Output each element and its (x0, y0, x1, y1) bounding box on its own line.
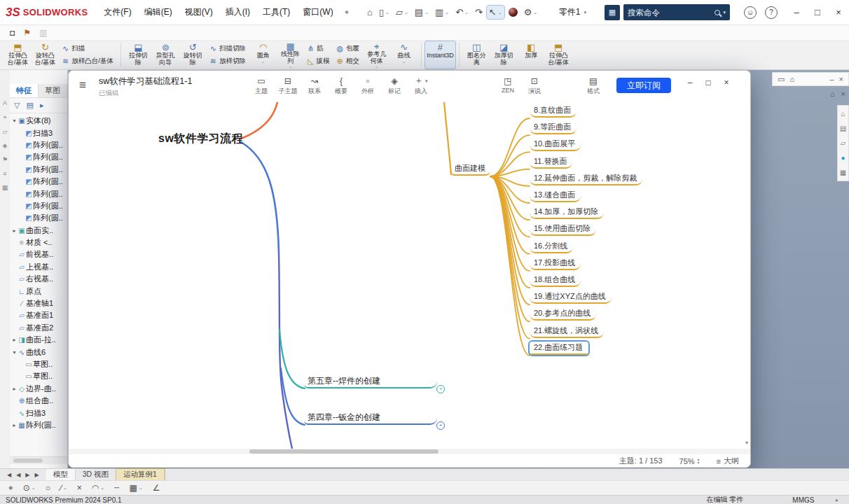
circle-center-icon[interactable]: ⊙⌄ (23, 483, 36, 493)
help-icon[interactable]: ? (765, 6, 778, 19)
mindmap-leaf-topic[interactable]: 16.分割线 (530, 240, 573, 253)
menu-item[interactable]: 插入(I) (219, 4, 256, 21)
zoom-control[interactable]: 75% ▴ ▾ (679, 457, 700, 465)
expand-arrow-icon[interactable]: ▸ (11, 227, 18, 234)
summary-button[interactable]: {概要 (328, 74, 354, 96)
thicken-cut-button[interactable]: ◪加厚切除 (490, 41, 518, 69)
zoom-spinner[interactable]: ▴ ▾ (698, 458, 700, 465)
instant3d-button[interactable]: #Instant3D (425, 41, 455, 69)
zen-mode-button[interactable]: ◳ZEN (495, 74, 521, 96)
fillet-button[interactable]: ◠圆角⌄ (249, 41, 277, 69)
tree-item[interactable]: ∿扫描3 (10, 407, 67, 419)
tree-item[interactable]: ▸◨曲面-拉.. (10, 334, 67, 346)
tree-item[interactable]: ▱基准面2 (10, 322, 67, 334)
wrap-button[interactable]: ◍包覆 (337, 44, 360, 53)
tab-scroll-arrow-icon[interactable]: ◀ (16, 472, 20, 478)
horizontal-scrollbar[interactable] (69, 449, 750, 454)
resources-home-icon[interactable]: ⌂ (841, 110, 845, 118)
menu-item[interactable]: 窗口(W) (296, 4, 339, 21)
mindmap-leaf-topic[interactable]: 13.缝合曲面 (530, 189, 581, 202)
line-icon[interactable]: ∕⌄ (60, 483, 67, 493)
custom-properties-icon[interactable]: ▦ (840, 169, 846, 176)
tree-item[interactable]: ▱基准面1 (10, 309, 67, 321)
expand-arrow-icon[interactable]: ▸ (11, 386, 18, 392)
reference-geometry-button[interactable]: ⌖参考几何体⌄ (363, 41, 390, 69)
doc-close-icon[interactable]: × (841, 90, 845, 98)
tree-item[interactable]: ▸▣曲面实.. (10, 225, 67, 237)
expand-badge[interactable]: + (436, 385, 445, 393)
extruded-cut-button[interactable]: ⬓拉伸切除 (125, 41, 152, 69)
tree-item[interactable]: ≡材质 <.. (10, 237, 67, 248)
tree-item[interactable]: ▱上视基.. (10, 261, 67, 273)
tree-item[interactable]: ◩阵列(圆.. (10, 200, 67, 212)
revolved-boss-button[interactable]: ↻旋转凸台/基体 (32, 41, 59, 69)
menu-item[interactable]: 编辑(E) (138, 4, 179, 21)
circle-icon[interactable]: ○ (46, 483, 50, 493)
subscribe-button[interactable]: 立即订阅 (616, 78, 671, 93)
chapter-topic[interactable]: 第五章--焊件的创建 (304, 373, 437, 388)
filter-face-icon[interactable]: ◈ (3, 142, 8, 149)
pane-close-icon[interactable]: × (839, 75, 843, 83)
new-document-icon[interactable]: ▯⌄ (377, 6, 392, 19)
settings-gear-icon[interactable]: ⚙⌄ (522, 6, 540, 19)
mindmap-leaf-topic[interactable]: 12.延伸曲面，剪裁，解除剪裁 (530, 172, 642, 186)
lofted-cut-button[interactable]: ≋放样切除 (210, 57, 246, 66)
marker-button[interactable]: ◈标记 (381, 74, 408, 96)
mindmap-leaf-topic[interactable]: 22.曲面练习题 (530, 342, 588, 355)
expand-badge[interactable]: + (436, 421, 445, 430)
tree-item[interactable]: ◩阵列(圆.. (10, 151, 67, 163)
material-sphere-icon[interactable] (506, 6, 520, 18)
mindmap-leaf-topic[interactable]: 20.参考点的曲线 (530, 307, 596, 321)
pane-minimize-icon[interactable]: – (829, 75, 834, 83)
account-icon[interactable]: ☺ (744, 6, 757, 19)
expand-arrow-icon[interactable]: ▾ (11, 118, 18, 124)
tree-item[interactable]: ▭草图.. (10, 358, 67, 370)
minimize-button[interactable]: – (681, 75, 699, 90)
outer-frame-button[interactable]: ▫外框 (354, 74, 381, 96)
mindmap-leaf-topic[interactable]: 8.直纹曲面 (530, 104, 577, 118)
mindmap-canvas[interactable]: sw软件学习流程 曲面建模 8.直纹曲面9.等距曲面10.曲面展平11.替换面1… (69, 102, 750, 449)
chapter-topic[interactable]: 第四章--钣金的创建 (304, 410, 437, 425)
menu-item[interactable]: 文件(F) (97, 4, 137, 21)
menu-item[interactable]: 工具(T) (256, 4, 296, 21)
home-icon[interactable]: ⌂ (365, 6, 375, 19)
save-icon[interactable]: ▤⌄ (413, 6, 431, 19)
outline-button[interactable]: ≡ 大纲 (717, 456, 739, 466)
tree-item[interactable]: ▱右视基.. (10, 273, 67, 285)
annotation-flag-icon[interactable]: ⚑ (2, 156, 8, 163)
hole-wizard-button[interactable]: ⊚异型孔向导 (152, 41, 179, 69)
tab-scroll-arrow-icon[interactable]: ▶ (34, 472, 39, 478)
expand-arrow-icon[interactable]: ▾ (11, 349, 18, 356)
select-filter-icon[interactable]: A (3, 99, 7, 106)
tree-item[interactable]: ▱前视基.. (10, 248, 67, 260)
tab-3D 视图[interactable]: 3D 视图 (76, 469, 116, 481)
scrollbar-thumb[interactable] (13, 458, 43, 463)
expand-arrow-icon[interactable]: ▸ (11, 422, 18, 428)
mindmap-leaf-topic[interactable]: 10.曲面展平 (530, 138, 581, 151)
draft-button[interactable]: ◺拔模 (308, 57, 329, 66)
maximize-button[interactable]: □ (699, 75, 717, 90)
minimize-button[interactable]: – (786, 3, 807, 22)
pin-icon[interactable]: ✶ (344, 8, 350, 16)
mindmap-leaf-topic[interactable]: 19.通过XYZ点的曲线 (530, 290, 612, 304)
tree-item[interactable]: ◩阵列(圆.. (10, 212, 67, 224)
central-topic[interactable]: sw软件学习流程 (158, 132, 243, 146)
relation-button[interactable]: ↝联系 (301, 74, 328, 96)
filter-vertex-icon[interactable]: ⌖ (3, 113, 6, 121)
hamburger-menu-icon[interactable]: ≡ (79, 78, 86, 92)
swept-boss-button[interactable]: ∿扫描 (62, 44, 113, 53)
intersect-button[interactable]: ⊕相交 (337, 57, 360, 66)
print-icon[interactable]: ▥⌄ (433, 6, 451, 19)
tab-模型[interactable]: 模型 (46, 469, 76, 481)
tree-item[interactable]: ◩阵列(圆.. (10, 164, 67, 176)
thicken-button[interactable]: ◧加厚 (518, 41, 545, 69)
tree-item[interactable]: ▭草图.. (10, 370, 67, 382)
mindmap-leaf-topic[interactable]: 14.加厚，加厚切除 (530, 206, 604, 219)
scroll-down-icon[interactable]: ▾ (745, 440, 748, 446)
tree-item[interactable]: ◩扫描3 (10, 127, 67, 139)
dimension-icon[interactable]: ≡ (3, 170, 6, 177)
file-explorer-icon[interactable]: ▱ (841, 139, 846, 147)
expand-arrow-icon[interactable]: ▸ (11, 337, 18, 343)
subtopic-button[interactable]: ⊟子主题 (275, 74, 301, 96)
window-restore-icon[interactable]: ▭ (778, 75, 785, 84)
